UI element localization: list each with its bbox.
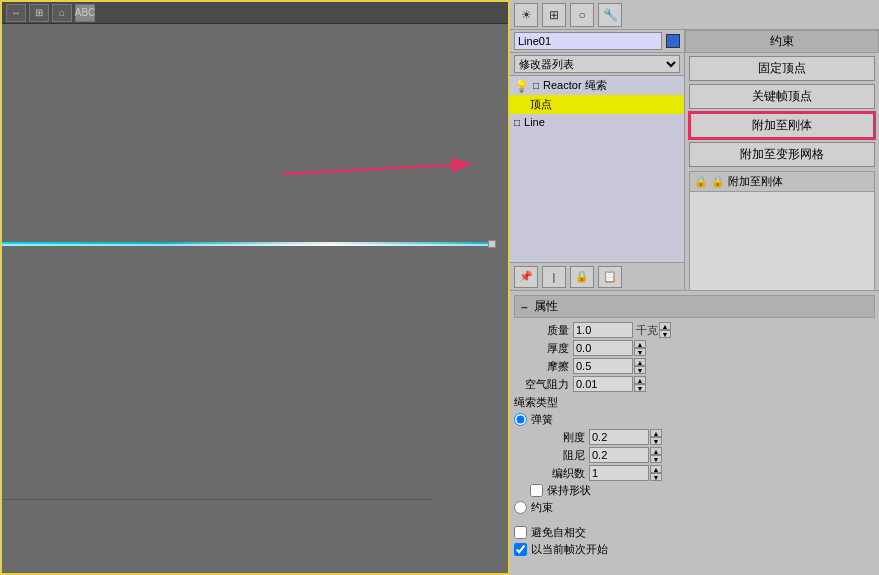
tree-item-line[interactable]: □ Line xyxy=(510,114,684,130)
damping-row: 阻尼 ▲ ▼ xyxy=(514,447,875,463)
toolbar-btn-1[interactable]: ↔ xyxy=(6,4,26,22)
tree-item-line-label: Line xyxy=(524,116,545,128)
modifier-key-btn[interactable]: | xyxy=(542,266,566,288)
icon-wrench[interactable]: 🔧 xyxy=(598,3,622,27)
radio-spring[interactable] xyxy=(514,413,527,426)
tree-item-reactor-label: Reactor 绳索 xyxy=(543,78,607,93)
air-resist-spin-down[interactable]: ▼ xyxy=(634,384,646,392)
toolbar-btn-3[interactable]: ⌂ xyxy=(52,4,72,22)
dropdown-row: 修改器列表 xyxy=(510,53,684,76)
icon-sphere[interactable]: ○ xyxy=(570,3,594,27)
segments-spin-down[interactable]: ▼ xyxy=(650,473,662,481)
friction-row: 摩擦 ▲ ▼ xyxy=(514,358,875,374)
keyframe-vertex-btn[interactable]: 关键帧顶点 xyxy=(689,84,875,109)
viewport-panel: ↔ ⊞ ⌂ ABC xyxy=(0,0,510,575)
main-layout: ↔ ⊞ ⌂ ABC xyxy=(0,0,879,575)
radio-spring-row: 弹簧 xyxy=(514,412,875,427)
start-open-row: 以当前帧次开始 xyxy=(514,542,875,557)
segments-input[interactable] xyxy=(589,465,649,481)
damping-spin-up[interactable]: ▲ xyxy=(650,447,662,455)
properties-collapse-btn[interactable]: – xyxy=(521,300,528,314)
fixed-vertex-btn[interactable]: 固定顶点 xyxy=(689,56,875,81)
icon-sun[interactable]: ☀ xyxy=(514,3,538,27)
start-open-label: 以当前帧次开始 xyxy=(531,542,608,557)
attach-list-header-label: 🔒 附加至刚体 xyxy=(711,174,783,189)
thickness-spinner: ▲ ▼ xyxy=(634,340,646,356)
friction-spin-down[interactable]: ▼ xyxy=(634,366,646,374)
constraints-panel: 约束 固定顶点 关键帧顶点 附加至刚体 附加至变形网格 🔒 🔒 附加至刚体 删除… xyxy=(685,30,879,290)
modifier-list-dropdown[interactable]: 修改器列表 xyxy=(514,55,680,73)
mass-spin-up[interactable]: ▲ xyxy=(659,322,671,330)
attach-deform-btn[interactable]: 附加至变形网格 xyxy=(689,142,875,167)
line-white-highlight xyxy=(2,244,492,246)
mass-spin-down[interactable]: ▼ xyxy=(659,330,671,338)
object-name-input[interactable] xyxy=(514,32,662,50)
tree-item-reactor[interactable]: 💡 □ Reactor 绳索 xyxy=(510,76,684,95)
radio-constraint[interactable] xyxy=(514,501,527,514)
mass-input[interactable] xyxy=(573,322,633,338)
viewport-content xyxy=(2,24,508,573)
modifier-lock-btn[interactable]: 🔒 xyxy=(570,266,594,288)
line-endpoint xyxy=(488,240,496,248)
attach-list-header: 🔒 🔒 附加至刚体 xyxy=(690,172,874,192)
name-row xyxy=(510,30,684,53)
stiffness-spin-down[interactable]: ▼ xyxy=(650,437,662,445)
mass-spinner: ▲ ▼ xyxy=(659,322,671,338)
thickness-spin-down[interactable]: ▼ xyxy=(634,348,646,356)
thickness-spin-up[interactable]: ▲ xyxy=(634,340,646,348)
toolbar-btn-2[interactable]: ⊞ xyxy=(29,4,49,22)
radio-spring-label: 弹簧 xyxy=(531,412,553,427)
bottom-props: 避免自相交 以当前帧次开始 xyxy=(510,521,879,563)
start-open-checkbox[interactable] xyxy=(514,543,527,556)
friction-input[interactable] xyxy=(573,358,633,374)
tree-item-vertex[interactable]: 顶点 xyxy=(510,95,684,114)
thickness-label: 厚度 xyxy=(514,341,569,356)
stiffness-spin-up[interactable]: ▲ xyxy=(650,429,662,437)
stiffness-row: 刚度 ▲ ▼ xyxy=(514,429,875,445)
mass-row: 质量 千克 ▲ ▼ xyxy=(514,322,875,338)
color-swatch[interactable] xyxy=(666,34,680,48)
rope-type-label: 绳索类型 xyxy=(514,395,875,410)
tree-item-line-icon: □ xyxy=(514,117,520,128)
avoid-self-checkbox[interactable] xyxy=(514,526,527,539)
avoid-self-label: 避免自相交 xyxy=(531,525,586,540)
modifier-panel: 修改器列表 💡 □ Reactor 绳索 顶点 □ Line xyxy=(510,30,685,290)
modifier-copy-btn[interactable]: 📋 xyxy=(598,266,622,288)
thickness-row: 厚度 ▲ ▼ xyxy=(514,340,875,356)
keep-shape-checkbox[interactable] xyxy=(530,484,543,497)
panel-row: 修改器列表 💡 □ Reactor 绳索 顶点 □ Line xyxy=(510,30,879,290)
air-resist-input[interactable] xyxy=(573,376,633,392)
stiffness-spinner: ▲ ▼ xyxy=(650,429,662,445)
friction-spin-up[interactable]: ▲ xyxy=(634,358,646,366)
stiffness-label: 刚度 xyxy=(530,430,585,445)
attach-list-lock-icon: 🔒 xyxy=(694,175,708,188)
air-resist-label: 空气阻力 xyxy=(514,377,569,392)
friction-label: 摩擦 xyxy=(514,359,569,374)
icon-grid[interactable]: ⊞ xyxy=(542,3,566,27)
right-panel: ☀ ⊞ ○ 🔧 修改器列表 💡 xyxy=(510,0,879,575)
damping-spin-down[interactable]: ▼ xyxy=(650,455,662,463)
damping-input[interactable] xyxy=(589,447,649,463)
properties-header-label: 属性 xyxy=(534,298,558,315)
attach-rigid-btn[interactable]: 附加至刚体 xyxy=(689,112,875,139)
top-toolbar: ☀ ⊞ ○ 🔧 xyxy=(510,0,879,30)
air-resist-spin-up[interactable]: ▲ xyxy=(634,376,646,384)
radio-constraint-label: 约束 xyxy=(531,500,553,515)
keep-shape-row: 保持形状 xyxy=(514,483,875,498)
arrow-overlay xyxy=(262,154,492,384)
damping-label: 阻尼 xyxy=(530,448,585,463)
avoid-self-row: 避免自相交 xyxy=(514,525,875,540)
properties-header: – 属性 xyxy=(514,295,875,318)
friction-spinner: ▲ ▼ xyxy=(634,358,646,374)
stiffness-input[interactable] xyxy=(589,429,649,445)
modifier-tree: 💡 □ Reactor 绳索 顶点 □ Line xyxy=(510,76,684,262)
properties-panel: – 属性 质量 千克 ▲ ▼ 厚度 ▲ ▼ xyxy=(510,290,879,521)
line-bottom-object xyxy=(2,499,432,500)
segments-spin-up[interactable]: ▲ xyxy=(650,465,662,473)
modifier-pin-btn[interactable]: 📌 xyxy=(514,266,538,288)
damping-spinner: ▲ ▼ xyxy=(650,447,662,463)
toolbar-btn-4[interactable]: ABC xyxy=(75,4,95,22)
thickness-input[interactable] xyxy=(573,340,633,356)
segments-label: 编织数 xyxy=(530,466,585,481)
constraints-header: 约束 xyxy=(685,30,879,53)
